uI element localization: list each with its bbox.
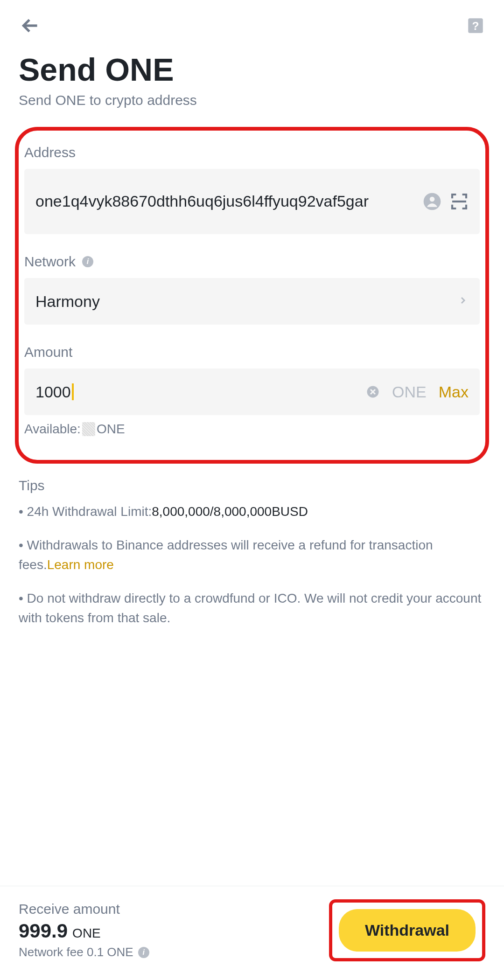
tip-refund: • Withdrawals to Binance addresses will … xyxy=(19,535,485,575)
page-title: Send ONE xyxy=(19,51,485,88)
amount-value: 1000 xyxy=(35,383,71,401)
amount-unit: ONE xyxy=(392,383,427,401)
network-label: Network i xyxy=(24,254,480,270)
address-input[interactable]: one1q4vyk88670dthh6uq6jus6l4ffyuq92vaf5g… xyxy=(24,169,480,234)
withdraw-highlight-box: Withdrawal xyxy=(329,899,485,961)
tip-ico-warning: • Do not withdraw directly to a crowdfun… xyxy=(19,589,485,628)
svg-point-3 xyxy=(430,197,435,202)
redacted-balance xyxy=(82,422,95,436)
max-button[interactable]: Max xyxy=(439,383,469,401)
network-value: Harmony xyxy=(35,292,100,311)
amount-label: Amount xyxy=(24,344,480,360)
receive-amount: 999.9 xyxy=(19,920,68,942)
network-fee: Network fee 0.1 ONE i xyxy=(19,945,149,959)
clear-icon[interactable] xyxy=(366,385,380,399)
form-highlight-box: Address one1q4vyk88670dthh6uq6jus6l4ffyu… xyxy=(15,127,489,464)
tip-withdrawal-limit: • 24h Withdrawal Limit:8,000,000/8,000,0… xyxy=(19,502,485,521)
amount-input[interactable]: 1000 ONE Max xyxy=(24,368,480,415)
receive-label: Receive amount xyxy=(19,901,149,917)
info-icon[interactable]: i xyxy=(138,947,149,958)
learn-more-link[interactable]: Learn more xyxy=(47,557,114,572)
scan-qr-icon[interactable] xyxy=(450,192,469,211)
network-select[interactable]: Harmony xyxy=(24,278,480,325)
address-value: one1q4vyk88670dthh6uq6jus6l4ffyuq92vaf5g… xyxy=(35,190,414,213)
info-icon[interactable]: i xyxy=(82,256,93,267)
footer-bar: Receive amount 999.9 ONE Network fee 0.1… xyxy=(0,886,504,980)
withdrawal-button[interactable]: Withdrawal xyxy=(339,909,476,952)
svg-text:?: ? xyxy=(472,20,479,32)
available-balance: Available:ONE xyxy=(24,422,480,437)
receive-unit: ONE xyxy=(72,926,101,941)
chevron-right-icon xyxy=(457,295,469,308)
help-icon[interactable]: ? xyxy=(466,16,485,35)
address-label: Address xyxy=(24,145,480,160)
back-arrow-icon[interactable] xyxy=(19,14,42,37)
tips-title: Tips xyxy=(19,478,485,493)
text-cursor xyxy=(72,383,74,400)
page-subtitle: Send ONE to crypto address xyxy=(19,92,485,108)
contact-icon[interactable] xyxy=(423,192,441,211)
